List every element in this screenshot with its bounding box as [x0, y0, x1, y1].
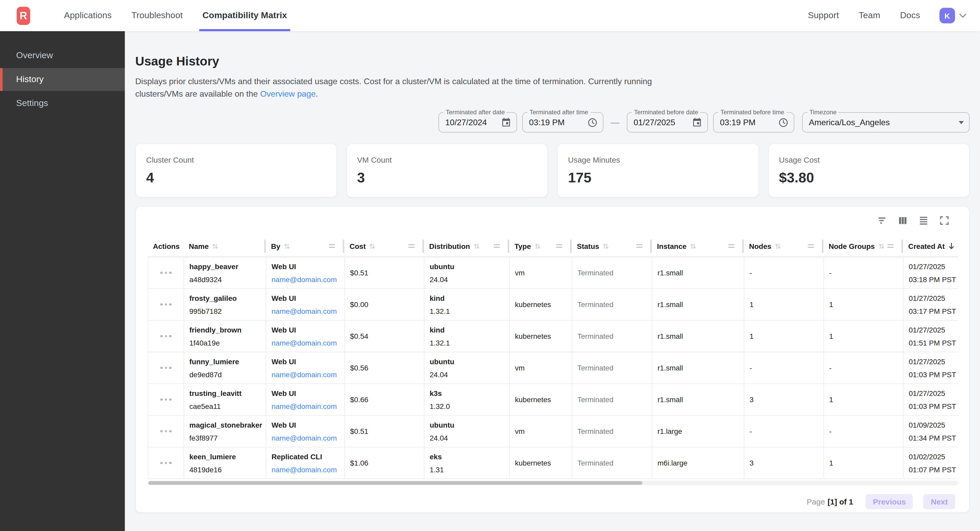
sort-icon: [775, 243, 781, 250]
nodes-value: 3: [749, 395, 818, 404]
terminated-after-date-field[interactable]: Terminated after date 10/27/2024: [439, 112, 517, 133]
main-content: Usage History Displays prior clusters/VM…: [125, 31, 980, 531]
page-description-line2: clusters/VMs are available on the Overvi…: [135, 88, 970, 100]
column-resize-handle[interactable]: [728, 244, 735, 248]
created-by-email-link[interactable]: name@domain.com: [272, 339, 339, 347]
filters-bar: Terminated after date 10/27/2024 Termina…: [135, 112, 970, 133]
sidebar-item-overview[interactable]: Overview: [0, 44, 125, 67]
timezone-select[interactable]: Timezone America/Los_Angeles: [802, 112, 970, 133]
column-header-distribution[interactable]: Distribution: [424, 235, 509, 257]
column-resize-handle[interactable]: [556, 244, 562, 248]
table-header-row: ActionsNameByCostDistributionTypeStatusI…: [148, 235, 958, 257]
column-resize-handle[interactable]: [888, 244, 894, 248]
cell-cost: $0.51: [345, 257, 425, 288]
table-row: magical_stonebrakerfe3f8977Web UIname@do…: [148, 416, 958, 447]
cell-actions: [148, 416, 184, 447]
row-actions-button[interactable]: [158, 269, 174, 276]
column-header-label: Node Groups: [829, 242, 875, 250]
density-icon[interactable]: [919, 216, 929, 225]
column-resize-handle[interactable]: [636, 244, 643, 248]
sidebar-item-history[interactable]: History: [0, 68, 125, 91]
cell-instance: m6i.large: [652, 447, 745, 479]
created-by-email-link[interactable]: name@domain.com: [272, 402, 339, 410]
column-header-label: Actions: [153, 242, 180, 250]
clock-icon[interactable]: [587, 117, 598, 128]
row-actions-button[interactable]: [158, 428, 174, 434]
status-value: Terminated: [578, 269, 647, 277]
distribution-name: eks: [430, 452, 504, 461]
fullscreen-icon[interactable]: [939, 216, 949, 225]
stat-value: 4: [146, 170, 326, 186]
row-actions-button[interactable]: [158, 333, 174, 339]
nav-item-applications[interactable]: Applications: [64, 0, 111, 31]
cell-name: friendly_brown1f40a19e: [184, 320, 266, 352]
created-by-email-link[interactable]: name@domain.com: [272, 434, 339, 442]
cell-distribution: kind1.32.1: [425, 320, 510, 352]
row-actions-button[interactable]: [158, 301, 174, 308]
node-groups-value: -: [829, 364, 898, 372]
previous-page-button[interactable]: Previous: [865, 494, 913, 509]
type-value: vm: [515, 269, 566, 277]
column-resize-handle[interactable]: [494, 244, 500, 248]
status-value: Terminated: [578, 300, 647, 309]
terminated-after-time-field[interactable]: Terminated after time 03:19 PM: [522, 112, 603, 133]
column-header-label: By: [271, 242, 280, 250]
column-resize-handle[interactable]: [808, 244, 814, 248]
nav-item-docs[interactable]: Docs: [900, 0, 920, 31]
cell-type: vm: [510, 416, 572, 447]
clock-icon[interactable]: [778, 117, 789, 128]
chevron-down-icon[interactable]: [959, 13, 966, 18]
sidebar: Overview History Settings: [0, 31, 125, 531]
column-resize-handle[interactable]: [408, 244, 415, 248]
column-header-by[interactable]: By: [266, 235, 344, 257]
column-header-status[interactable]: Status: [572, 235, 652, 257]
nav-item-support[interactable]: Support: [808, 0, 839, 31]
created-by-email-link[interactable]: name@domain.com: [272, 465, 339, 474]
column-header-instance[interactable]: Instance: [652, 235, 744, 257]
cell-node-groups: 1: [824, 384, 904, 415]
column-header-created_at[interactable]: Created At: [903, 235, 958, 257]
overview-page-link[interactable]: Overview page: [260, 89, 315, 98]
horizontal-scrollbar[interactable]: [148, 480, 958, 485]
column-header-name[interactable]: Name: [184, 235, 266, 257]
sort-icon: [212, 243, 218, 250]
instance-value: m6i.large: [657, 459, 739, 467]
row-actions-button[interactable]: [158, 396, 174, 403]
node-groups-value: -: [829, 427, 898, 435]
sort-icon: [369, 243, 375, 250]
type-value: vm: [515, 427, 566, 435]
column-header-type[interactable]: Type: [509, 235, 572, 257]
column-resize-handle[interactable]: [329, 244, 335, 248]
cell-type: kubernetes: [510, 320, 572, 352]
calendar-icon[interactable]: [692, 117, 702, 128]
nav-item-team[interactable]: Team: [859, 0, 880, 31]
instance-value: r1.small: [657, 269, 739, 277]
type-value: kubernetes: [515, 459, 566, 467]
cell-type: kubernetes: [510, 289, 572, 320]
row-actions-button[interactable]: [158, 365, 174, 371]
row-actions-button[interactable]: [158, 460, 174, 466]
column-header-node_groups[interactable]: Node Groups: [823, 235, 903, 257]
nodes-value: -: [749, 269, 818, 277]
column-header-cost[interactable]: Cost: [344, 235, 424, 257]
created-by-email-link[interactable]: name@domain.com: [272, 275, 339, 284]
created-by-email-link[interactable]: name@domain.com: [272, 370, 339, 379]
nav-item-compatibility-matrix[interactable]: Compatibility Matrix: [203, 0, 287, 31]
scrollbar-thumb[interactable]: [148, 481, 643, 485]
created-by-email-link[interactable]: name@domain.com: [272, 307, 339, 315]
cell-created-at: 01/09/202501:34 PM PST: [904, 416, 958, 447]
cost-value: $1.06: [350, 459, 419, 467]
cluster-id: cae5ea11: [189, 402, 261, 410]
replicated-logo[interactable]: R: [17, 6, 30, 25]
terminated-before-date-field[interactable]: Terminated before date 01/27/2025: [627, 112, 708, 133]
nav-item-troubleshoot[interactable]: Troubleshoot: [131, 0, 183, 31]
terminated-before-time-field[interactable]: Terminated before time 03:19 PM: [713, 112, 794, 133]
filter-icon[interactable]: [877, 216, 887, 225]
calendar-icon[interactable]: [501, 117, 511, 128]
columns-icon[interactable]: [898, 216, 908, 225]
sidebar-item-settings[interactable]: Settings: [0, 92, 125, 115]
column-header-label: Type: [514, 242, 531, 250]
next-page-button[interactable]: Next: [924, 494, 955, 509]
user-avatar[interactable]: K: [939, 8, 955, 24]
column-header-nodes[interactable]: Nodes: [744, 235, 823, 257]
